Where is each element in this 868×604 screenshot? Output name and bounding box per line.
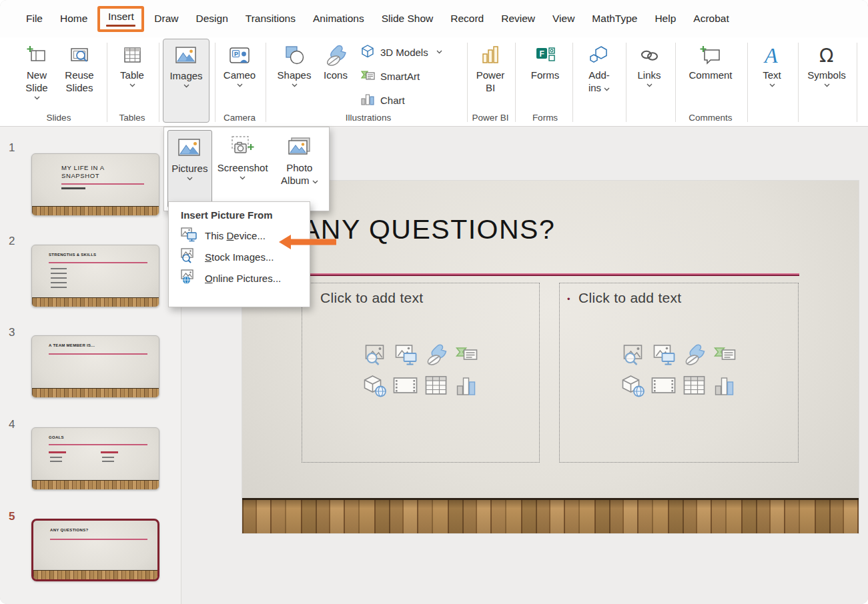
tab-record[interactable]: Record [442,13,492,25]
slide-number: 1 [9,141,15,155]
slide-title[interactable]: ANY QUESTIONS? [302,214,555,245]
3d-models-button[interactable]: 3D Models [360,43,442,61]
pictures-label: Pictures [171,162,207,175]
stock-images-icon[interactable] [362,344,387,369]
chevron-down-icon [824,83,830,87]
comment-button[interactable]: Comment [687,42,734,81]
symbols-icon: Ω [815,42,838,69]
shapes-button[interactable]: Shapes [275,42,314,87]
placeholder-icon-grid [618,342,739,401]
smartart-icon[interactable] [713,344,738,369]
menu-item-online-pictures[interactable]: Online Pictures... [169,267,310,289]
links-button[interactable]: Links [632,42,666,87]
group-separator [159,43,159,122]
photo-album-menu-button[interactable]: Photo Album [274,130,326,208]
chevron-down-icon [129,83,135,87]
menu-bar: File Home Insert Draw Design Transitions… [0,0,868,37]
table-icon[interactable] [683,375,707,399]
tab-design[interactable]: Design [187,13,237,25]
new-slide-label: New Slide [17,69,56,94]
slide-number: 4 [9,418,15,431]
table-icon[interactable] [424,375,448,399]
reuse-slides-button[interactable]: Reuse Slides [59,42,100,94]
video-icon[interactable] [393,375,418,399]
images-label: Images [169,69,202,82]
tab-transitions[interactable]: Transitions [237,13,304,25]
tab-insert[interactable]: Insert [97,6,144,32]
icons-button[interactable]: Icons [318,42,354,81]
stock-images-icon[interactable] [620,344,645,369]
powerpoint-window: File Home Insert Draw Design Transitions… [0,0,868,604]
chevron-down-icon [187,177,193,181]
tab-help[interactable]: Help [646,13,685,25]
slide-thumbnail-2[interactable]: STRENGTHS & SKILLS [31,245,159,307]
chart-icon[interactable] [714,375,737,399]
photo-album-label: Photo Album [279,161,320,187]
insert-icons-icon[interactable] [682,344,707,369]
tab-acrobat[interactable]: Acrobat [685,13,737,25]
forms-group-label: Forms [526,113,564,123]
tab-review[interactable]: Review [492,13,544,25]
add-ins-button[interactable]: Add-ins [580,42,618,94]
reuse-slides-icon [67,42,91,69]
tab-draw[interactable]: Draw [145,13,187,25]
smartart-button[interactable]: SmartArt [360,67,420,85]
tab-home[interactable]: Home [51,13,96,25]
power-bi-button[interactable]: Power BI [471,42,510,94]
slide-thumbnail-3[interactable]: A TEAM MEMBER IS... [31,335,159,398]
new-slide-button[interactable]: New Slide [17,42,56,100]
slide-thumbnail-1[interactable]: MY LIFE IN A SNAPSHOT [31,153,159,216]
placeholder-prompt[interactable]: Click to add text [320,290,424,306]
slide-number: 3 [9,326,15,339]
slide-number-selected: 5 [9,510,15,523]
pictures-menu-button[interactable]: Pictures [167,130,212,208]
content-placeholder-right[interactable]: • Click to add text [559,283,799,463]
comment-icon [699,42,723,69]
svg-text:Ω: Ω [819,45,833,67]
bullet-marker: • [567,294,570,304]
illustrations-group-label: Illustrations [275,113,462,123]
slide-thumbnail-4[interactable]: GOALS [31,427,159,490]
comment-label: Comment [689,69,732,81]
chevron-down-icon [237,83,243,87]
chevron-down-icon [240,176,246,180]
table-icon [121,42,143,69]
text-icon: A [761,42,783,69]
group-separator [572,43,573,122]
tab-animations[interactable]: Animations [304,13,373,25]
chart-button[interactable]: Chart [360,91,405,109]
cameo-button[interactable]: P Cameo [220,42,259,87]
tab-slide-show[interactable]: Slide Show [373,13,442,25]
power-bi-group-label: Power BI [471,113,510,123]
wood-floor [242,498,859,533]
3d-models-label: 3D Models [380,47,428,58]
menu-header: Insert Picture From [181,209,310,221]
smartart-icon[interactable] [454,344,480,369]
pictures-device-icon[interactable] [651,344,676,369]
tab-file[interactable]: File [17,13,51,25]
images-icon [173,43,199,69]
content-placeholder-left[interactable]: Click to add text [302,283,540,463]
pictures-device-icon[interactable] [393,344,418,369]
3d-models-icon[interactable] [620,375,645,400]
insert-icons-icon[interactable] [424,344,448,369]
svg-text:A: A [763,43,778,67]
tab-mathtype[interactable]: MathType [583,13,646,25]
table-button[interactable]: Table [113,42,151,87]
online-pictures-icon [180,269,197,287]
slide-thumbnail-5-selected[interactable]: ANY QUESTIONS? [31,519,159,581]
tab-view[interactable]: View [544,13,583,25]
screenshot-menu-button[interactable]: Screenshot [214,130,272,208]
symbols-button[interactable]: Ω Symbols [806,42,847,87]
slides-group-label: Slides [17,113,100,123]
video-icon[interactable] [651,375,677,399]
chart-icon[interactable] [456,375,478,399]
forms-button[interactable]: F Forms [526,42,564,81]
text-button[interactable]: A Text [755,42,789,87]
placeholder-prompt[interactable]: Click to add text [578,290,682,306]
3d-models-icon[interactable] [362,375,387,400]
chevron-down-icon [604,87,610,91]
ribbon: New Slide Reuse Slides Slides Table Tabl… [0,37,868,127]
images-button[interactable]: Images [163,39,209,123]
title-rule [302,273,799,276]
